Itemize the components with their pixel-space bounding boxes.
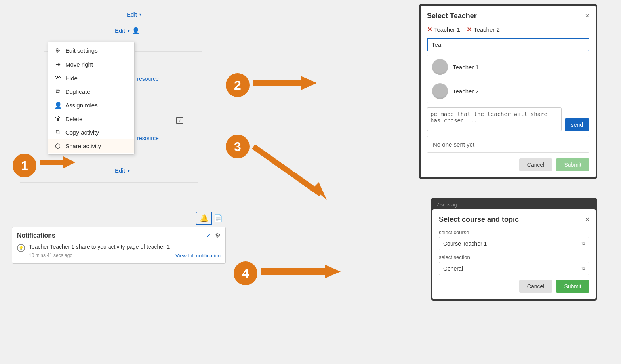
teacher-1-avatar	[432, 59, 448, 75]
bell-icon-wrapper[interactable]: 🔔	[196, 212, 212, 225]
duplicate-icon: ⧉	[54, 88, 61, 95]
notif-gear-icon[interactable]: ⚙	[215, 232, 221, 239]
svg-marker-1	[253, 76, 317, 90]
check-all-icon[interactable]: ✓	[206, 232, 211, 239]
cancel-button[interactable]: Cancel	[519, 158, 552, 171]
course-select-group: select course Course Teacher 1 ⇅	[439, 229, 589, 250]
menu-item-assign-roles[interactable]: 👤 Assign roles	[48, 98, 134, 112]
arrow-right-icon: ➜	[54, 61, 61, 68]
step-1-container: 1	[13, 154, 36, 177]
bg-text-area: 7 secs ago	[432, 200, 596, 209]
notif-title: Notifications	[17, 232, 55, 239]
menu-item-hide[interactable]: 👁 Hide	[48, 71, 134, 85]
edit-link-2[interactable]: Edit	[115, 27, 125, 34]
course-select-label: select course	[439, 229, 589, 235]
notification-meta: 10 mins 41 secs ago View full notificati…	[29, 253, 221, 259]
menu-item-copy-activity[interactable]: ⧉ Copy activity	[48, 126, 134, 139]
section-select-group: select section General ⇅	[439, 254, 589, 275]
select-course-modal-panel: 7 secs ago Select course and topic × sel…	[431, 198, 597, 301]
section-select-label: select section	[439, 254, 589, 260]
copy-icon: ⧉	[54, 129, 61, 136]
course-select-wrapper: Course Teacher 1 ⇅	[439, 237, 589, 250]
select-course-modal: Select course and topic × select course …	[432, 209, 596, 299]
modal-close-button[interactable]: ×	[585, 12, 589, 20]
no-sent-area: No one sent yet	[427, 136, 589, 153]
bg-text-1: 7 secs ago	[436, 202, 592, 208]
teacher-result-1[interactable]: Teacher 1	[427, 55, 589, 79]
step-3-label: 3	[234, 139, 241, 154]
svg-marker-4	[261, 265, 341, 278]
step-3-badge: 3	[226, 135, 250, 158]
share-icon: ⬡	[54, 142, 61, 150]
notifications-panel: Notifications ✓ ⚙ 💡 Teacher Teacher 1 sh…	[12, 227, 226, 264]
step-2-badge: 2	[226, 73, 250, 97]
submit-button[interactable]: Submit	[556, 158, 589, 171]
edit-row-2: Edit ▾ 👤	[115, 27, 140, 34]
course-select[interactable]: Course Teacher 1	[439, 237, 589, 250]
course-submit-button[interactable]: Submit	[556, 280, 589, 293]
teacher-search-wrapper	[427, 38, 589, 51]
modal-title: Select Teacher	[427, 12, 477, 20]
step-2-label: 2	[234, 78, 241, 93]
teacher-2-avatar	[432, 83, 448, 99]
teacher-search-input[interactable]	[432, 41, 585, 48]
notif-header: Notifications ✓ ⚙	[17, 232, 221, 239]
user-icon: 👤	[132, 27, 140, 34]
notif-action-icons: ✓ ⚙	[206, 232, 221, 239]
menu-label-duplicate: Duplicate	[65, 88, 90, 95]
course-modal-title-row: Select course and topic ×	[439, 215, 589, 224]
remove-teacher-2-button[interactable]: ✕	[467, 26, 472, 33]
caret-1: ▾	[139, 12, 141, 17]
course-modal-footer: Cancel Submit	[439, 280, 589, 293]
divider-4	[20, 182, 198, 183]
modal-footer: Cancel Submit	[427, 158, 589, 171]
section-select-wrapper: General ⇅	[439, 262, 589, 275]
menu-label-edit-settings: Edit settings	[65, 47, 98, 54]
checkbox-2[interactable]: ✓	[176, 117, 183, 124]
checkbox-row-2: ✓	[176, 117, 183, 124]
menu-item-delete[interactable]: 🗑 Delete	[48, 112, 134, 126]
notification-bulb-icon: 💡	[17, 244, 25, 252]
teacher-1-name: Teacher 1	[453, 64, 479, 71]
notification-text: Teacher Teacher 1 share to you activity …	[29, 243, 221, 251]
delete-icon: 🗑	[54, 115, 61, 122]
teacher-tag-2-label: Teacher 2	[474, 26, 500, 33]
remove-teacher-1-button[interactable]: ✕	[427, 26, 432, 33]
menu-label-hide: Hide	[65, 75, 78, 82]
teacher-results-list: Teacher 1 Teacher 2	[427, 55, 589, 103]
caret-2: ▾	[128, 29, 130, 33]
view-full-notification-link[interactable]: View full notification	[175, 253, 221, 259]
message-area: pe made that the teacher will share has …	[427, 107, 589, 131]
notification-item-1: 💡 Teacher Teacher 1 share to you activit…	[17, 243, 221, 259]
course-modal-title: Select course and topic	[439, 215, 519, 224]
message-textarea[interactable]: pe made that the teacher will share has …	[427, 107, 562, 131]
arrow-3	[250, 143, 337, 202]
gear-icon: ⚙	[54, 47, 61, 54]
edit-link-5[interactable]: Edit	[115, 167, 125, 174]
edit-link-1[interactable]: Edit	[127, 11, 137, 18]
step-4-container: 4	[234, 261, 257, 285]
section-select[interactable]: General	[439, 262, 589, 275]
notification-content: Teacher Teacher 1 share to you activity …	[29, 243, 221, 259]
course-cancel-button[interactable]: Cancel	[519, 280, 552, 293]
step-3-container: 3	[226, 135, 250, 158]
select-teacher-modal: Select Teacher × ✕ Teacher 1 ✕ Teacher 2…	[421, 6, 596, 177]
menu-item-duplicate[interactable]: ⧉ Duplicate	[48, 85, 134, 98]
menu-item-share-activity[interactable]: ⬡ Share activity	[48, 139, 134, 153]
context-menu: ⚙ Edit settings ➜ Move right 👁 Hide ⧉ Du…	[48, 42, 135, 155]
teacher-2-name: Teacher 2	[453, 88, 479, 95]
menu-item-edit-settings[interactable]: ⚙ Edit settings	[48, 44, 134, 57]
eye-icon: 👁	[54, 74, 61, 82]
course-modal-close-button[interactable]: ×	[585, 215, 589, 224]
or-resource-2: or resource	[131, 135, 159, 142]
svg-marker-0	[40, 156, 75, 168]
modal-title-row: Select Teacher ×	[427, 12, 589, 20]
menu-item-move-right[interactable]: ➜ Move right	[48, 57, 134, 71]
teacher-result-2[interactable]: Teacher 2	[427, 79, 589, 103]
teacher-tag-1: ✕ Teacher 1	[427, 26, 460, 33]
teacher-tag-1-label: Teacher 1	[434, 26, 460, 33]
arrow-1	[40, 156, 75, 168]
send-button[interactable]: send	[565, 118, 589, 131]
no-sent-text: No one sent yet	[433, 141, 474, 148]
menu-label-share-activity: Share activity	[65, 143, 101, 149]
